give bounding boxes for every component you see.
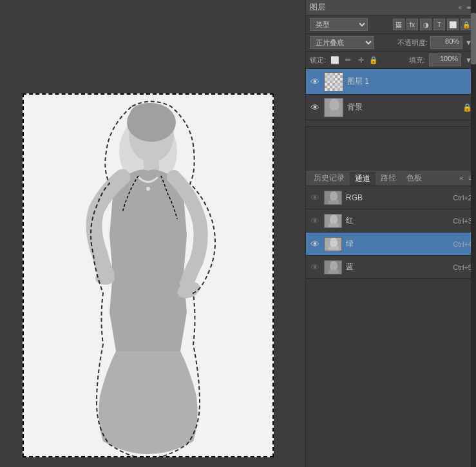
svg-rect-22 [328, 247, 339, 251]
svg-rect-9 [325, 73, 334, 82]
channel-red[interactable]: 👁 红 Ctrl+3 [306, 209, 476, 233]
lock-row: 锁定: ⬜ ✏ ✛ 🔒 填充: 100% ▼ [306, 52, 476, 69]
svg-point-7 [95, 272, 115, 285]
fill-value[interactable]: 100% [429, 53, 461, 66]
lock-label: 锁定: [310, 55, 326, 65]
blue-thumbnail [324, 260, 342, 274]
layer-item-layer1[interactable]: 👁 图层 1 [306, 69, 476, 95]
channel-blue[interactable]: 👁 蓝 Ctrl+5 [306, 256, 476, 279]
svg-rect-25 [328, 270, 339, 274]
scrollbar-thumb[interactable] [471, 13, 476, 64]
layer-item-background[interactable]: 👁 背景 🔒 [306, 95, 476, 120]
svg-rect-10 [334, 82, 343, 91]
tab-history[interactable]: 历史记录 [309, 171, 350, 186]
filter-icon-adj[interactable]: ◑ [420, 19, 432, 30]
tab-channels[interactable]: 通道 [350, 171, 376, 186]
channel-green[interactable]: 👁 绿 Ctrl+4 [306, 233, 476, 256]
blue-eye[interactable]: 👁 [310, 262, 320, 272]
canvas-area [0, 0, 303, 467]
layer1-name: 图层 1 [347, 76, 472, 87]
rgb-name: RGB [346, 193, 449, 202]
rgb-thumbnail [324, 191, 342, 205]
svg-rect-16 [328, 200, 339, 205]
tabs-row: 历史记录 通道 路径 色板 « ≡ [306, 171, 476, 186]
opacity-value[interactable]: 80% [430, 36, 462, 49]
filter-icon-shape[interactable]: ⬜ [447, 19, 459, 30]
lock-move-icon[interactable]: ✛ [356, 55, 366, 65]
rgb-eye[interactable]: 👁 [310, 193, 320, 203]
filter-icon-fx[interactable]: fx [406, 19, 418, 30]
filter-row: 类型 🖼 fx ◑ T ⬜ 🔒 [306, 15, 476, 34]
panel-controls: « ≡ [457, 4, 472, 11]
svg-point-24 [330, 261, 338, 271]
red-eye[interactable]: 👁 [310, 216, 320, 226]
layers-panel-header: 图层 « ≡ [306, 0, 476, 15]
filter-icons: 🖼 fx ◑ T ⬜ 🔒 [393, 19, 472, 30]
right-panel: 图层 « ≡ 类型 🖼 fx ◑ T ⬜ 🔒 正片叠底 [305, 0, 476, 467]
tab-swatches[interactable]: 色板 [401, 171, 427, 186]
fill-label: 填充: [409, 55, 425, 65]
blue-name: 蓝 [346, 262, 449, 272]
filter-type-select[interactable]: 类型 [310, 18, 368, 31]
green-shortcut: Ctrl+4 [453, 240, 472, 248]
lock-draw-icon[interactable]: ✏ [343, 55, 353, 65]
blue-shortcut: Ctrl+5 [453, 263, 472, 271]
layers-footer [306, 120, 476, 127]
background-eye[interactable]: 👁 [310, 102, 320, 113]
channel-rgb[interactable]: 👁 RGB Ctrl+2 [306, 186, 476, 209]
right-panel-scrollbar[interactable] [471, 0, 476, 467]
layers-list: 👁 图层 1 👁 [306, 69, 476, 120]
red-name: 红 [346, 215, 449, 226]
svg-rect-13 [329, 110, 339, 117]
lock-pixels-icon[interactable]: ⬜ [330, 55, 340, 65]
blend-mode-select[interactable]: 正片叠底 [310, 36, 374, 49]
svg-rect-19 [328, 224, 339, 228]
layer1-thumbnail [324, 72, 343, 91]
svg-point-6 [146, 187, 150, 191]
layers-panel: 图层 « ≡ 类型 🖼 fx ◑ T ⬜ 🔒 正片叠底 [306, 0, 476, 127]
svg-point-15 [330, 191, 338, 202]
svg-point-18 [330, 214, 338, 225]
red-shortcut: Ctrl+3 [453, 217, 472, 225]
red-thumbnail [324, 214, 342, 228]
layer1-eye[interactable]: 👁 [310, 77, 320, 87]
svg-point-12 [329, 99, 339, 111]
canvas-image [23, 93, 274, 457]
panel-collapse-btn[interactable]: « [457, 4, 464, 11]
filter-icon-text[interactable]: T [433, 19, 445, 30]
background-thumbnail [324, 98, 343, 117]
background-name: 背景 [347, 102, 459, 113]
channels-list: 👁 RGB Ctrl+2 👁 [306, 186, 476, 279]
filter-icon-image[interactable]: 🖼 [393, 19, 405, 30]
green-thumbnail [324, 237, 342, 251]
svg-point-21 [330, 238, 338, 248]
rgb-shortcut: Ctrl+2 [453, 194, 472, 202]
blend-row: 正片叠底 不透明度: 80% ▼ [306, 34, 476, 52]
channels-panel-collapse[interactable]: « [459, 175, 465, 182]
tab-paths[interactable]: 路径 [376, 171, 401, 186]
bottom-panel: 历史记录 通道 路径 色板 « ≡ 👁 RGB [306, 171, 476, 279]
green-eye[interactable]: 👁 [310, 239, 320, 249]
lock-all-icon[interactable]: 🔒 [368, 55, 379, 65]
green-name: 绿 [346, 238, 449, 249]
opacity-label: 不透明度: [397, 38, 428, 48]
lock-icons: ⬜ ✏ ✛ 🔒 [330, 55, 379, 65]
layers-panel-title: 图层 [310, 2, 325, 13]
